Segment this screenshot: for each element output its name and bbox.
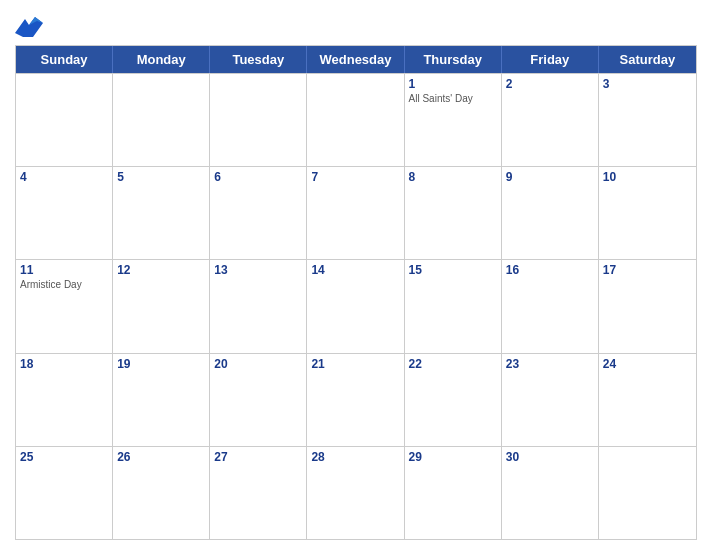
day-number: 6 <box>214 170 302 184</box>
day-number: 1 <box>409 77 497 91</box>
weekday-header: SundayMondayTuesdayWednesdayThursdayFrid… <box>16 46 696 73</box>
day-number: 4 <box>20 170 108 184</box>
day-cell <box>16 74 113 166</box>
weekday-friday: Friday <box>502 46 599 73</box>
day-cell: 28 <box>307 447 404 539</box>
day-cell: 5 <box>113 167 210 259</box>
day-number: 2 <box>506 77 594 91</box>
day-cell: 4 <box>16 167 113 259</box>
day-cell <box>307 74 404 166</box>
day-number: 16 <box>506 263 594 277</box>
calendar-page: SundayMondayTuesdayWednesdayThursdayFrid… <box>0 0 712 550</box>
day-cell <box>210 74 307 166</box>
day-number: 20 <box>214 357 302 371</box>
weekday-thursday: Thursday <box>405 46 502 73</box>
logo <box>15 15 47 37</box>
day-number: 3 <box>603 77 692 91</box>
day-cell: 15 <box>405 260 502 352</box>
day-number: 12 <box>117 263 205 277</box>
day-cell: 24 <box>599 354 696 446</box>
day-number: 30 <box>506 450 594 464</box>
day-cell <box>599 447 696 539</box>
day-number: 9 <box>506 170 594 184</box>
day-number: 28 <box>311 450 399 464</box>
day-cell: 25 <box>16 447 113 539</box>
day-number: 22 <box>409 357 497 371</box>
weekday-monday: Monday <box>113 46 210 73</box>
day-event: All Saints' Day <box>409 93 497 104</box>
day-cell: 26 <box>113 447 210 539</box>
day-number: 10 <box>603 170 692 184</box>
day-cell: 23 <box>502 354 599 446</box>
weekday-wednesday: Wednesday <box>307 46 404 73</box>
day-cell: 20 <box>210 354 307 446</box>
day-cell: 21 <box>307 354 404 446</box>
day-cell: 11Armistice Day <box>16 260 113 352</box>
day-number: 8 <box>409 170 497 184</box>
week-row-4: 18192021222324 <box>16 353 696 446</box>
day-number: 26 <box>117 450 205 464</box>
day-number: 24 <box>603 357 692 371</box>
day-number: 14 <box>311 263 399 277</box>
day-number: 25 <box>20 450 108 464</box>
calendar-grid: SundayMondayTuesdayWednesdayThursdayFrid… <box>15 45 697 540</box>
day-number: 27 <box>214 450 302 464</box>
day-cell: 30 <box>502 447 599 539</box>
day-cell: 7 <box>307 167 404 259</box>
day-cell <box>113 74 210 166</box>
day-number: 17 <box>603 263 692 277</box>
day-cell: 16 <box>502 260 599 352</box>
week-row-1: 1All Saints' Day23 <box>16 73 696 166</box>
day-cell: 13 <box>210 260 307 352</box>
week-row-2: 45678910 <box>16 166 696 259</box>
weekday-tuesday: Tuesday <box>210 46 307 73</box>
day-cell: 29 <box>405 447 502 539</box>
day-number: 11 <box>20 263 108 277</box>
day-cell: 8 <box>405 167 502 259</box>
weekday-sunday: Sunday <box>16 46 113 73</box>
day-cell: 17 <box>599 260 696 352</box>
day-number: 13 <box>214 263 302 277</box>
day-number: 23 <box>506 357 594 371</box>
day-cell: 3 <box>599 74 696 166</box>
day-cell: 1All Saints' Day <box>405 74 502 166</box>
logo-icon <box>15 15 43 37</box>
week-row-5: 252627282930 <box>16 446 696 539</box>
day-cell: 22 <box>405 354 502 446</box>
day-number: 7 <box>311 170 399 184</box>
day-cell: 12 <box>113 260 210 352</box>
day-cell: 18 <box>16 354 113 446</box>
day-cell: 27 <box>210 447 307 539</box>
day-cell: 19 <box>113 354 210 446</box>
day-number: 19 <box>117 357 205 371</box>
day-number: 15 <box>409 263 497 277</box>
day-cell: 6 <box>210 167 307 259</box>
week-row-3: 11Armistice Day121314151617 <box>16 259 696 352</box>
day-cell: 2 <box>502 74 599 166</box>
day-event: Armistice Day <box>20 279 108 290</box>
day-cell: 10 <box>599 167 696 259</box>
day-number: 18 <box>20 357 108 371</box>
weekday-saturday: Saturday <box>599 46 696 73</box>
calendar-body: 1All Saints' Day234567891011Armistice Da… <box>16 73 696 539</box>
day-cell: 9 <box>502 167 599 259</box>
page-header <box>15 10 697 45</box>
day-cell: 14 <box>307 260 404 352</box>
day-number: 5 <box>117 170 205 184</box>
day-number: 29 <box>409 450 497 464</box>
day-number: 21 <box>311 357 399 371</box>
